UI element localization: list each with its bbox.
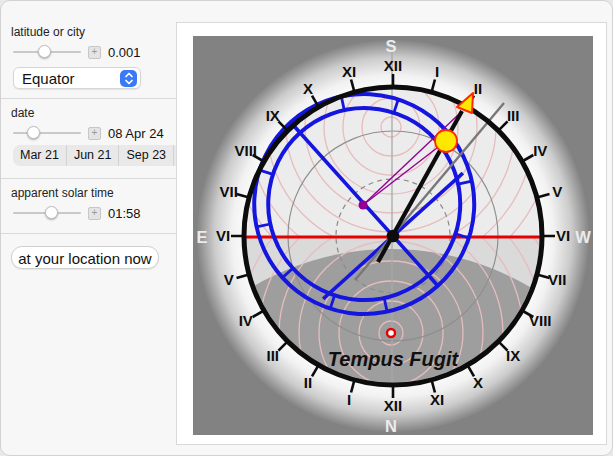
cardinal-west: W <box>575 228 591 246</box>
app-window: latitude or city + 0.001 Equator date + <box>0 0 613 456</box>
hour-numeral: VI <box>556 227 570 244</box>
hour-numeral: VIII <box>235 142 258 159</box>
preset-mar21-button[interactable]: Mar 21 <box>13 145 66 166</box>
latitude-value: 0.001 <box>108 45 141 60</box>
solar-time-slider[interactable] <box>13 212 81 214</box>
divider <box>1 98 179 99</box>
hour-numeral: II <box>304 374 312 391</box>
astrolabe-clock: XIIIIIIIIIVVVIVIIVIIIIXXXIXIIIIIIIIIVVVI… <box>193 36 593 435</box>
preset-sep23-button[interactable]: Sep 23 <box>118 145 173 166</box>
center-pivot <box>387 230 400 243</box>
divider <box>1 233 179 234</box>
hour-numeral: XII <box>384 397 402 414</box>
hour-numeral: V <box>224 271 234 288</box>
date-slider-row: + 08 Apr 24 <box>13 126 171 140</box>
divider <box>1 178 179 179</box>
hour-numeral: II <box>474 80 482 97</box>
hour-numeral: VI <box>216 227 230 244</box>
pole-dot <box>359 201 368 210</box>
cardinal-south: S <box>385 37 396 55</box>
hour-numeral: IX <box>506 347 520 364</box>
hour-numeral: VIII <box>529 312 552 329</box>
latitude-slider-row: + 0.001 <box>13 45 171 59</box>
cardinal-north: N <box>385 417 397 435</box>
hour-numeral: IX <box>266 107 280 124</box>
date-value: 08 Apr 24 <box>108 126 164 141</box>
cardinal-east: E <box>196 228 207 246</box>
solar-time-slider-knob[interactable] <box>45 206 58 219</box>
preset-jun21-button[interactable]: Jun 21 <box>66 145 119 166</box>
hour-numeral: III <box>507 107 520 124</box>
motto-text: Tempus Fugit <box>328 348 460 370</box>
hour-numeral: V <box>552 183 562 200</box>
latitude-slider-knob[interactable] <box>38 45 51 58</box>
hour-numeral: X <box>473 374 483 391</box>
date-label: date <box>11 106 171 120</box>
city-dropdown[interactable]: Equator <box>13 67 141 89</box>
solar-time-value: 01:58 <box>108 206 141 221</box>
hour-numeral: VII <box>548 271 566 288</box>
output-panel: XIIIIIIIIIVVVIVIIVIIIIXXXIXIIIIIIIIIVVVI… <box>176 22 607 445</box>
chevron-up-down-icon <box>120 70 137 87</box>
nadir-marker <box>387 329 395 337</box>
expand-plus-icon[interactable]: + <box>88 127 101 140</box>
hour-numeral: IV <box>533 142 547 159</box>
hour-numeral: I <box>435 63 439 80</box>
hour-numeral: XI <box>430 391 444 408</box>
hour-numeral: XII <box>384 57 402 74</box>
hour-numeral: X <box>303 80 313 97</box>
astrolabe-graphic: XIIIIIIIIIVVVIVIIVIIIIXXXIXIIIIIIIIIVVVI… <box>193 36 593 435</box>
solar-time-label: apparent solar time <box>11 186 171 200</box>
hour-numeral: III <box>267 347 280 364</box>
city-dropdown-value: Equator <box>22 70 75 87</box>
date-slider[interactable] <box>13 132 81 134</box>
expand-plus-icon[interactable]: + <box>88 46 101 59</box>
at-your-location-button[interactable]: at your location now <box>11 246 159 269</box>
control-panel: latitude or city + 0.001 Equator date + <box>9 25 171 269</box>
solar-time-slider-row: + 01:58 <box>13 206 171 220</box>
hour-numeral: VII <box>220 183 238 200</box>
latitude-slider[interactable] <box>13 51 81 53</box>
latitude-label: latitude or city <box>11 25 171 39</box>
expand-plus-icon[interactable]: + <box>88 207 101 220</box>
hour-numeral: XI <box>342 63 356 80</box>
sun-marker <box>435 130 457 152</box>
hour-numeral: IV <box>239 312 253 329</box>
date-slider-knob[interactable] <box>27 126 40 139</box>
hour-numeral: I <box>347 391 351 408</box>
